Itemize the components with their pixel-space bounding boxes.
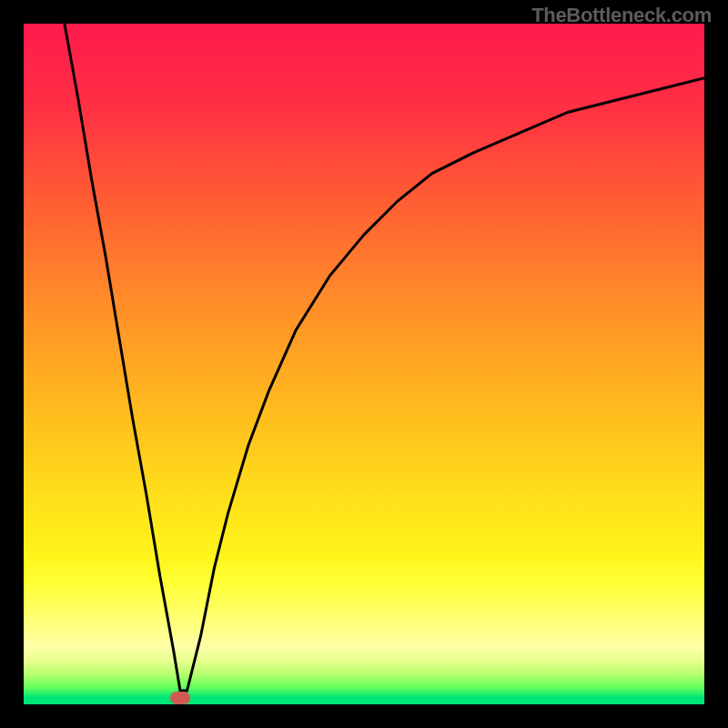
plot-area	[24, 24, 704, 704]
bottleneck-curve	[65, 24, 704, 691]
chart-frame: TheBottleneck.com	[0, 0, 728, 728]
attribution-text: TheBottleneck.com	[531, 4, 712, 27]
curve-layer	[24, 24, 704, 704]
optimal-point-marker	[170, 692, 190, 704]
